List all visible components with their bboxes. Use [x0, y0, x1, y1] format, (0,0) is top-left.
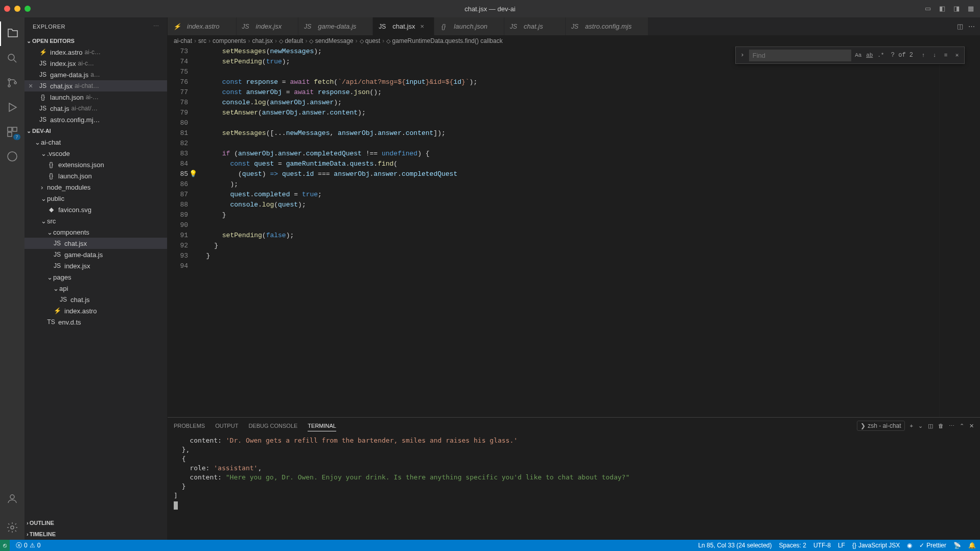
- editor-tab[interactable]: JSastro.config.mjs×: [566, 17, 648, 35]
- editor-tab[interactable]: {}launch.json×: [434, 17, 504, 35]
- extensions-activity[interactable]: 7: [0, 120, 25, 144]
- file-item[interactable]: {}extensions.json: [25, 159, 167, 170]
- close-tab-icon[interactable]: ×: [418, 22, 426, 30]
- file-item[interactable]: {}launch.json: [25, 170, 167, 181]
- eslint-status[interactable]: ◉: [907, 542, 912, 549]
- breadcrumb-item[interactable]: ai-chat: [174, 37, 192, 44]
- split-terminal-icon[interactable]: ◫: [928, 423, 933, 429]
- folder-item[interactable]: ⌄ai-chat: [25, 136, 167, 148]
- close-window[interactable]: [4, 6, 10, 12]
- editor-tab[interactable]: ⚡index.astro×: [168, 17, 237, 35]
- close-panel-icon[interactable]: ✕: [969, 423, 974, 429]
- settings-activity[interactable]: [0, 515, 25, 540]
- indentation[interactable]: Spaces: 2: [779, 542, 806, 549]
- close-icon[interactable]: ×: [29, 82, 37, 90]
- open-editor-item[interactable]: ×JSastro.config.mj…: [25, 114, 167, 125]
- breadcrumb-item[interactable]: ◇ quest: [360, 37, 381, 44]
- errors-count[interactable]: ⓧ 0 ⚠ 0: [16, 541, 40, 550]
- source-control-activity[interactable]: [0, 71, 25, 95]
- file-item[interactable]: ⚡index.astro: [25, 305, 167, 316]
- file-item[interactable]: JSgame-data.js: [25, 249, 167, 260]
- project-section[interactable]: ⌄ DEV-AI: [25, 125, 167, 136]
- feedback-icon[interactable]: 📡: [953, 542, 961, 549]
- open-editor-item[interactable]: ×JSchat.jsai-chat/…: [25, 103, 167, 114]
- encoding[interactable]: UTF-8: [813, 542, 831, 549]
- open-editor-item[interactable]: ×⚡index.astroai-c…: [25, 47, 167, 58]
- maximize-window[interactable]: [25, 6, 31, 12]
- code-content[interactable]: setMessages(newMessages); setPending(tru…: [198, 47, 939, 417]
- new-terminal-icon[interactable]: +: [910, 423, 913, 429]
- file-item[interactable]: JSchat.jsx: [25, 238, 167, 249]
- panel-tab[interactable]: DEBUG CONSOLE: [248, 421, 297, 431]
- outline-section[interactable]: › OUTLINE: [25, 517, 167, 529]
- folder-item[interactable]: ⌄.vscode: [25, 148, 167, 159]
- file-item[interactable]: TSenv.d.ts: [25, 316, 167, 328]
- breadcrumb-item[interactable]: src: [198, 37, 206, 44]
- folder-item[interactable]: ⌄pages: [25, 271, 167, 283]
- panel-tab[interactable]: TERMINAL: [308, 421, 336, 431]
- breadcrumb-item[interactable]: components: [213, 37, 246, 44]
- regex-icon[interactable]: .*: [876, 50, 886, 60]
- open-editor-item[interactable]: ×JSgame-data.jsa…: [25, 69, 167, 80]
- find-close-icon[interactable]: ✕: [952, 50, 962, 60]
- minimize-window[interactable]: [14, 6, 20, 12]
- editor-tab[interactable]: JSchat.jsx×: [373, 17, 434, 35]
- toggle-panel-icon[interactable]: ▭: [925, 5, 933, 13]
- file-item[interactable]: JSchat.js: [25, 294, 167, 305]
- find-next-icon[interactable]: ↓: [929, 50, 940, 60]
- toggle-sidebar-icon[interactable]: ◧: [939, 5, 947, 13]
- panel-tab[interactable]: OUTPUT: [215, 421, 238, 431]
- run-debug-activity[interactable]: [0, 95, 25, 120]
- editor-tab[interactable]: JSindex.jsx×: [237, 17, 299, 35]
- terminal-output[interactable]: content: 'Dr. Owen gets a refill from th…: [168, 434, 980, 540]
- find-prev-icon[interactable]: ↑: [918, 50, 928, 60]
- maximize-panel-icon[interactable]: ⌃: [960, 423, 964, 429]
- editor-tab[interactable]: JSgame-data.js×: [298, 17, 373, 35]
- notifications-icon[interactable]: 🔔: [968, 542, 976, 549]
- find-selection-icon[interactable]: ≡: [941, 50, 951, 60]
- open-editor-item[interactable]: ×{}launch.jsonai-…: [25, 91, 167, 103]
- folder-item[interactable]: ⌄public: [25, 193, 167, 204]
- terminal-shell-selector[interactable]: ❯ zsh - ai-chat: [857, 421, 904, 431]
- minimap[interactable]: [939, 47, 980, 417]
- remote-indicator[interactable]: ⎋: [0, 540, 10, 551]
- lightbulb-icon[interactable]: 💡: [189, 169, 196, 179]
- breadcrumb-item[interactable]: ◇ sendMessage: [309, 37, 353, 44]
- more-actions-icon[interactable]: ⋯: [968, 22, 975, 30]
- kill-terminal-icon[interactable]: 🗑: [938, 423, 944, 429]
- prettier-status[interactable]: ✓ Prettier: [919, 542, 946, 549]
- match-case-icon[interactable]: Aa: [853, 50, 864, 60]
- folder-item[interactable]: ⌄api: [25, 283, 167, 294]
- open-editors-section[interactable]: ⌄ OPEN EDITORS: [25, 35, 167, 47]
- folder-item[interactable]: ⌄src: [25, 215, 167, 226]
- sidebar-more-icon[interactable]: ⋯: [153, 23, 159, 30]
- file-item[interactable]: ◆favicon.svg: [25, 204, 167, 215]
- folder-item[interactable]: ⌄components: [25, 226, 167, 238]
- edge-activity[interactable]: [0, 144, 25, 169]
- file-item[interactable]: JSindex.jsx: [25, 260, 167, 271]
- customize-layout-icon[interactable]: ▦: [968, 5, 976, 13]
- panel-more-icon[interactable]: ⋯: [949, 423, 954, 429]
- cursor-position[interactable]: Ln 85, Col 33 (24 selected): [698, 542, 772, 549]
- folder-item[interactable]: ›node_modules: [25, 181, 167, 193]
- breadcrumb-item[interactable]: ◇ default: [279, 37, 303, 44]
- toggle-secondary-icon[interactable]: ◨: [953, 5, 962, 13]
- breadcrumbs[interactable]: ai-chat›src›components›chat.jsx›◇ defaul…: [168, 35, 980, 47]
- editor-body[interactable]: 7374757677787980818283848586878889909192…: [168, 47, 980, 417]
- breadcrumb-item[interactable]: ◇ gameRuntimeData.quests.find() callback: [386, 37, 502, 44]
- find-toggle-replace-icon[interactable]: ›: [738, 50, 747, 60]
- accounts-activity[interactable]: [0, 487, 25, 511]
- timeline-section[interactable]: › TIMELINE: [25, 529, 167, 540]
- language-mode[interactable]: {} JavaScript JSX: [852, 542, 900, 549]
- match-word-icon[interactable]: ab: [865, 50, 875, 60]
- editor-tab[interactable]: JSchat.js×: [504, 17, 566, 35]
- eol[interactable]: LF: [838, 542, 845, 549]
- open-editor-item[interactable]: ×JSindex.jsxai-c…: [25, 58, 167, 69]
- search-activity[interactable]: [0, 46, 25, 71]
- terminal-dropdown-icon[interactable]: ⌄: [918, 423, 923, 429]
- split-editor-icon[interactable]: ◫: [957, 22, 963, 30]
- find-input[interactable]: [749, 50, 851, 61]
- breadcrumb-item[interactable]: chat.jsx: [252, 37, 273, 44]
- explorer-activity[interactable]: [0, 21, 25, 46]
- open-editor-item[interactable]: ×JSchat.jsxai-chat…: [25, 80, 167, 91]
